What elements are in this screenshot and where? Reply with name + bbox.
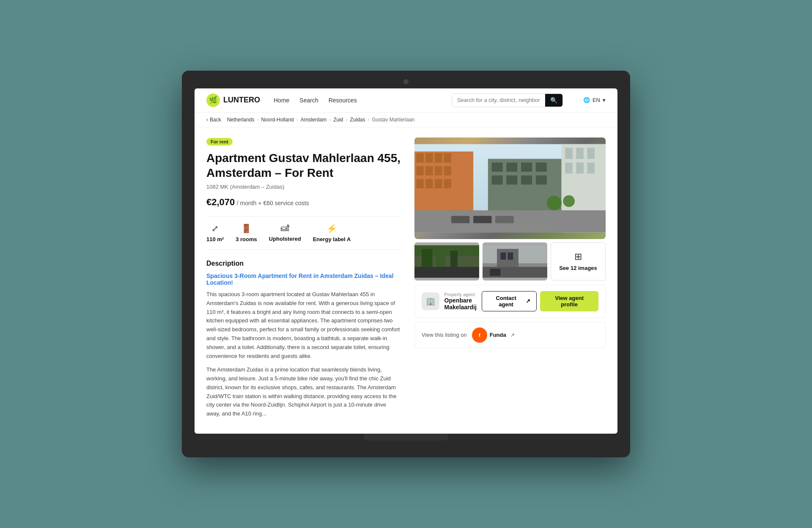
search-input[interactable] (452, 94, 545, 106)
svg-rect-13 (444, 179, 451, 188)
furnishing-label: Upholstered (269, 236, 301, 242)
svg-rect-29 (587, 162, 595, 173)
property-title: Apartment Gustav Mahlerlaan 455, Amsterd… (206, 151, 401, 180)
rooms-icon: 🚪 (241, 223, 252, 234)
feature-area: ⤢ 110 m² (206, 223, 224, 242)
agent-info: Property agent Openbare Makelaardij (444, 292, 477, 311)
property-address: 1082 MK (Amsterdam – Zuidas) (206, 184, 401, 190)
building-svg (414, 138, 606, 239)
svg-point-31 (547, 195, 562, 210)
nav-resources[interactable]: Resources (329, 97, 357, 104)
breadcrumb-zuid[interactable]: Zuid (333, 117, 343, 123)
funda-link[interactable]: f Funda ↗ (472, 327, 515, 343)
secondary-images: ⊞ See 12 images (414, 242, 606, 280)
svg-rect-27 (565, 162, 572, 173)
svg-rect-12 (435, 179, 442, 188)
svg-rect-33 (451, 216, 469, 223)
description-heading: Description (206, 260, 401, 267)
see-more-images[interactable]: ⊞ See 12 images (551, 242, 606, 280)
thumbnail-1[interactable] (414, 242, 479, 280)
thumb1-svg (414, 242, 479, 280)
breadcrumb-zuidas[interactable]: Zuidas (350, 117, 365, 123)
external-icon: ↗ (510, 332, 515, 338)
svg-rect-34 (473, 216, 491, 223)
feature-energy: ⚡ Energy label A (313, 223, 351, 242)
svg-rect-22 (536, 175, 547, 184)
lang-text: EN (593, 97, 600, 103)
description-link[interactable]: Spacious 3-Room Apartment for Rent in Am… (206, 272, 401, 286)
funda-logo: f (472, 327, 487, 343)
logo[interactable]: 🌿 LUNTERO (206, 94, 260, 107)
price-row: €2,070 / month + €60 service costs (206, 197, 401, 208)
svg-rect-15 (492, 162, 503, 172)
svg-rect-7 (425, 166, 433, 176)
breadcrumb-current: Gustav Mahlerlaan (372, 117, 415, 123)
language-selector[interactable]: 🌐 EN ▾ (583, 97, 606, 103)
svg-rect-18 (536, 162, 547, 172)
svg-rect-46 (508, 253, 513, 260)
svg-rect-35 (495, 216, 513, 223)
svg-rect-19 (492, 175, 503, 184)
view-agent-profile-button[interactable]: View agent profile (540, 291, 598, 311)
agent-actions: Contact agent ↗ View agent profile (482, 291, 598, 311)
furnishing-icon: 🛋 (281, 223, 289, 233)
description-paragraph-1: This spacious 3-room apartment located a… (206, 290, 401, 360)
thumb2-svg (483, 242, 547, 280)
main-photo (414, 138, 606, 239)
svg-rect-45 (501, 253, 506, 260)
description-section: Description Spacious 3-Room Apartment fo… (206, 260, 401, 418)
svg-rect-8 (435, 166, 442, 176)
svg-rect-9 (444, 166, 451, 176)
funda-label: Funda (490, 332, 506, 338)
energy-label: Energy label A (313, 236, 351, 242)
logo-text: LUNTERO (223, 96, 260, 104)
svg-rect-11 (425, 179, 433, 188)
navigation: 🌿 LUNTERO Home Search Resources 🔍 🌐 EN ▾ (195, 88, 617, 113)
rooms-label: 3 rooms (236, 236, 257, 242)
search-bar: 🔍 (452, 94, 563, 107)
area-label: 110 m² (206, 236, 224, 242)
agent-role: Property agent (444, 292, 477, 297)
description-paragraph-2: The Amsterdam Zuidas is a prime location… (206, 366, 401, 418)
breadcrumb-amsterdam[interactable]: Amsterdam (301, 117, 326, 123)
svg-rect-10 (416, 179, 423, 188)
svg-rect-24 (565, 148, 572, 159)
search-button[interactable]: 🔍 (545, 94, 562, 107)
energy-icon: ⚡ (326, 223, 337, 234)
gallery-icon: ⊞ (574, 251, 582, 262)
svg-point-32 (563, 195, 575, 207)
nav-home[interactable]: Home (274, 97, 289, 104)
contact-agent-button[interactable]: Contact agent ↗ (482, 291, 537, 311)
agent-name: Openbare Makelaardij (444, 297, 477, 311)
feature-furnishing: 🛋 Upholstered (269, 223, 301, 242)
svg-rect-6 (416, 166, 423, 176)
breadcrumb-noordholland[interactable]: Noord-Holland (261, 117, 294, 123)
area-icon: ⤢ (211, 223, 219, 234)
svg-rect-3 (425, 153, 433, 162)
listing-link-card: View this listing on f Funda ↗ (414, 322, 606, 348)
back-button[interactable]: ‹ Back (206, 117, 221, 123)
feature-rooms: 🚪 3 rooms (236, 223, 257, 242)
thumbnail-2[interactable] (483, 242, 547, 280)
external-link-icon: ↗ (526, 298, 530, 304)
svg-rect-4 (435, 153, 442, 162)
main-image[interactable] (414, 138, 606, 239)
features-row: ⤢ 110 m² 🚪 3 rooms 🛋 Upholstered ⚡ Energ… (206, 216, 401, 250)
images-grid: ⊞ See 12 images (414, 138, 606, 280)
for-rent-badge: For rent (206, 138, 233, 146)
svg-rect-25 (576, 148, 583, 159)
svg-rect-21 (521, 175, 532, 184)
property-images-and-agent: ⊞ See 12 images 🏢 Property agent Openbar… (414, 138, 606, 424)
svg-rect-26 (587, 148, 595, 159)
main-content: For rent Apartment Gustav Mahlerlaan 455… (195, 127, 617, 434)
svg-rect-48 (490, 269, 501, 276)
nav-links: Home Search Resources (274, 97, 438, 104)
see-more-label: See 12 images (559, 265, 597, 271)
svg-rect-17 (521, 162, 532, 172)
logo-icon: 🌿 (206, 94, 220, 107)
nav-search[interactable]: Search (299, 97, 318, 104)
svg-rect-5 (444, 153, 451, 162)
price-suffix: / month + €60 service costs (237, 200, 309, 206)
agent-avatar: 🏢 (422, 292, 439, 310)
breadcrumb-netherlands[interactable]: Netherlands (227, 117, 255, 123)
